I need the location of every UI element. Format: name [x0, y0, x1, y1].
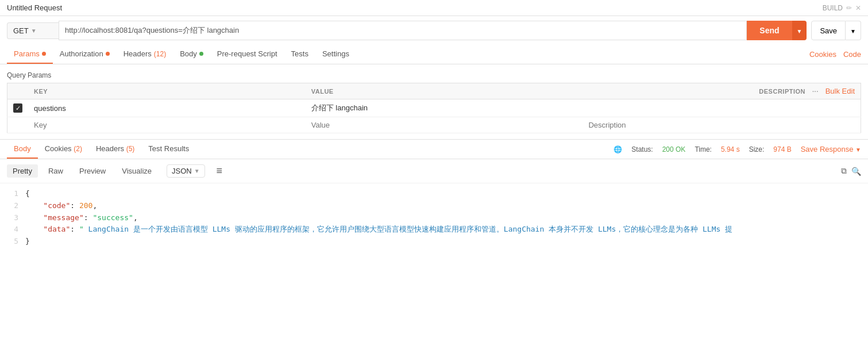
resp-tab-cookies[interactable]: Cookies (2): [38, 140, 89, 159]
wrap-button[interactable]: ≡: [212, 163, 227, 179]
resp-tab-headers[interactable]: Headers (5): [89, 140, 141, 159]
line-content-3: "message": "success",: [25, 212, 138, 224]
resp-tab-cookies-label: Cookies: [45, 144, 72, 153]
request-title: Untitled Request: [7, 3, 62, 12]
status-value: 200 OK: [662, 145, 686, 153]
format-select[interactable]: JSON ▼: [167, 164, 205, 178]
description-header: DESCRIPTION: [759, 88, 805, 95]
body-actions: ⧉ 🔍: [841, 166, 861, 176]
param-desc-cell[interactable]: [582, 99, 861, 117]
bulk-edit-button[interactable]: Bulk Edit: [825, 87, 855, 95]
top-bar: Untitled Request BUILD ✏ ✕: [0, 0, 868, 16]
tab-body-label: Body: [180, 49, 197, 58]
tab-params-label: Params: [14, 49, 40, 58]
save-chevron-icon: ▼: [850, 28, 856, 34]
row-checkbox-cell[interactable]: [7, 99, 29, 117]
url-bar: GET ▼ Send ▼ Save ▼: [0, 16, 868, 45]
tab-body[interactable]: Body: [173, 45, 210, 64]
search-button[interactable]: 🔍: [851, 166, 861, 176]
row-checkbox[interactable]: [13, 103, 22, 113]
param-value-cell[interactable]: 介绍下 langchain: [306, 99, 583, 117]
response-body-bar: Pretty Raw Preview Visualize JSON ▼ ≡ ⧉ …: [0, 159, 868, 183]
tab-settings-label: Settings: [322, 49, 349, 58]
param-key-cell[interactable]: questions: [28, 99, 306, 117]
tab-pre-request-label: Pre-request Script: [217, 49, 277, 58]
size-value: 974 B: [773, 145, 791, 153]
globe-icon: 🌐: [614, 145, 622, 153]
save-response-label: Save Response: [801, 145, 854, 153]
code-line-4: 4 "data": " LangChain 是一个开发由语言模型 LLMs 驱动…: [7, 224, 861, 236]
headers-resp-badge: (5): [126, 145, 135, 153]
code-line-5: 5 }: [7, 236, 861, 248]
cookies-badge: (2): [74, 145, 82, 153]
tab-headers[interactable]: Headers (12): [117, 45, 173, 64]
new-value-input[interactable]: [311, 121, 577, 129]
resp-tab-test-results[interactable]: Test Results: [141, 140, 196, 159]
format-chevron-icon: ▼: [194, 168, 200, 174]
col-value: VALUE: [306, 83, 583, 99]
resp-tab-body[interactable]: Body: [7, 140, 38, 159]
request-tabs-bar: Params Authorization Headers (12) Body P…: [0, 45, 868, 64]
resp-tab-tests-label: Test Results: [148, 144, 189, 153]
response-section: Body Cookies (2) Headers (5) Test Result…: [0, 139, 868, 252]
response-status-area: 🌐 Status: 200 OK Time: 5.94 s Size: 974 …: [614, 145, 861, 153]
save-dropdown-button[interactable]: ▼: [846, 21, 861, 40]
code-line-1: 1 {: [7, 188, 861, 200]
view-raw-button[interactable]: Raw: [43, 164, 69, 178]
edit-icon[interactable]: ✏: [846, 4, 852, 12]
new-param-row: [7, 117, 861, 133]
body-dot: [199, 52, 203, 56]
copy-button[interactable]: ⧉: [841, 166, 847, 176]
tab-headers-label: Headers: [124, 49, 152, 58]
close-icon[interactable]: ✕: [855, 4, 861, 12]
tab-settings[interactable]: Settings: [315, 45, 356, 64]
method-select[interactable]: GET ▼: [7, 22, 59, 39]
new-key-cell[interactable]: [28, 117, 306, 133]
code-link[interactable]: Code: [843, 50, 861, 59]
tab-tests[interactable]: Tests: [284, 45, 315, 64]
line-content-1: {: [25, 188, 30, 200]
size-label: Size:: [749, 145, 765, 153]
tab-authorization-label: Authorization: [60, 49, 103, 58]
tab-tests-label: Tests: [291, 49, 308, 58]
time-value: 5.94 s: [721, 145, 740, 153]
line-content-4: "data": " LangChain 是一个开发由语言模型 LLMs 驱动的应…: [25, 224, 732, 236]
code-output: 1 { 2 "code": 200, 3 "message": "success…: [0, 183, 868, 252]
new-key-input[interactable]: [34, 121, 300, 129]
query-params-label: Query Params: [7, 69, 861, 83]
view-pretty-button[interactable]: Pretty: [7, 164, 38, 178]
send-button[interactable]: Send: [747, 21, 792, 40]
response-tabs-bar: Body Cookies (2) Headers (5) Test Result…: [0, 140, 868, 159]
line-num-4: 4: [7, 224, 18, 236]
view-preview-button[interactable]: Preview: [74, 164, 111, 178]
tab-pre-request-script[interactable]: Pre-request Script: [210, 45, 284, 64]
url-input[interactable]: [59, 21, 747, 40]
col-check: [7, 83, 29, 99]
line-content-5: }: [25, 236, 30, 248]
cookies-link[interactable]: Cookies: [809, 50, 836, 59]
format-label: JSON: [172, 167, 192, 175]
send-chevron-icon: ▼: [797, 28, 803, 34]
new-desc-cell[interactable]: [582, 117, 861, 133]
params-dot: [42, 52, 46, 56]
line-num-5: 5: [7, 236, 18, 248]
tab-params[interactable]: Params: [7, 45, 53, 64]
headers-badge: (12): [154, 50, 166, 58]
authorization-dot: [106, 52, 110, 56]
tabs-right: Cookies Code: [809, 50, 861, 59]
line-num-2: 2: [7, 200, 18, 212]
save-response-button[interactable]: Save Response ▼: [801, 145, 861, 153]
resp-tab-headers-label: Headers: [96, 144, 124, 153]
more-options-icon[interactable]: ···: [812, 88, 819, 95]
view-visualize-button[interactable]: Visualize: [116, 164, 157, 178]
build-label: BUILD: [823, 4, 843, 12]
query-params-section: Query Params KEY VALUE DESCRIPTION ··· B…: [0, 64, 868, 133]
new-desc-input[interactable]: [588, 121, 855, 129]
new-row-check: [7, 117, 29, 133]
code-line-2: 2 "code": 200,: [7, 200, 861, 212]
send-dropdown-button[interactable]: ▼: [792, 21, 807, 40]
new-value-cell[interactable]: [306, 117, 583, 133]
tab-authorization[interactable]: Authorization: [53, 45, 117, 64]
col-description: DESCRIPTION ··· Bulk Edit: [582, 83, 861, 99]
save-button[interactable]: Save: [811, 21, 846, 40]
